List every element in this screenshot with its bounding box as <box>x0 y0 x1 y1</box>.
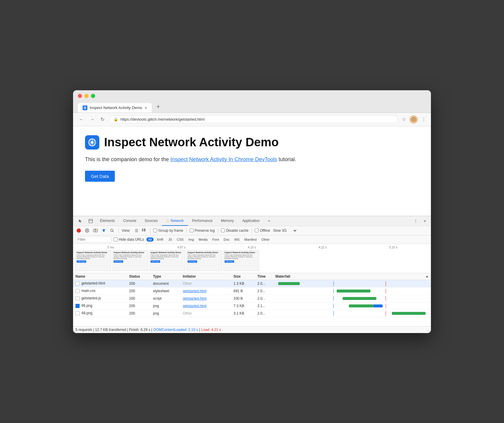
filter-css-button[interactable]: CSS <box>175 237 185 242</box>
filter-manifest-button[interactable]: Manifest <box>242 237 259 242</box>
clear-icon <box>85 228 89 233</box>
filter-xhr-button[interactable]: XHR <box>155 237 165 242</box>
disable-cache-checkbox[interactable] <box>221 228 225 232</box>
tab-performance[interactable]: Performance <box>188 216 217 226</box>
filter-all-button[interactable]: All <box>146 237 154 242</box>
active-tab[interactable]: Inspect Network Activity Demo × <box>78 103 152 113</box>
col-header-time[interactable]: Time <box>257 274 275 279</box>
filter-img-button[interactable]: Img <box>187 237 196 242</box>
new-tab-button[interactable]: + <box>153 101 164 113</box>
row-waterfall-3 <box>275 296 429 301</box>
table-row[interactable]: getstarted.js 200 script getstarted.html… <box>73 295 431 302</box>
clear-button[interactable] <box>84 227 90 234</box>
row-status-2: 200 <box>129 289 153 293</box>
toolbar-separator-2 <box>150 228 150 233</box>
menu-icon[interactable]: ⋮ <box>421 116 426 122</box>
search-button[interactable] <box>109 227 115 234</box>
screenshot-5[interactable]: Inspect Network Activity Demo This is th… <box>223 250 259 271</box>
lock-icon: 🔒 <box>114 117 118 122</box>
initiator-link-2[interactable]: getstarted.html <box>183 289 206 293</box>
row-time-3: 2.0... <box>257 296 275 301</box>
screenshot-icon <box>93 228 98 233</box>
tab-more[interactable]: » <box>264 216 274 226</box>
filter-button[interactable] <box>101 227 107 234</box>
row-name-4: 96.png <box>75 304 129 308</box>
row-time-4: 2.1... <box>257 304 275 308</box>
disable-cache-label: Disable cache <box>221 228 248 233</box>
wf-blue-line-5 <box>333 311 334 316</box>
screenshot-3[interactable]: Inspect Network Activity Demo This is th… <box>149 250 185 271</box>
table-row[interactable]: 48.png 200 png Other 3.1 KB 2.0... <box>73 310 431 317</box>
table-row[interactable]: main.css 200 stylesheet getstarted.html … <box>73 287 431 295</box>
wf-blue-line-2 <box>333 289 334 293</box>
forward-button[interactable]: → <box>89 116 96 123</box>
initiator-link-4[interactable]: getstarted.html <box>183 304 206 308</box>
bookmark-icon[interactable]: ☆ <box>402 116 406 122</box>
table-row[interactable]: 96.png 200 png getstarted.html 7.3 KB 2.… <box>73 302 431 310</box>
tab-close-icon[interactable]: × <box>145 105 147 110</box>
close-button[interactable] <box>78 94 82 98</box>
filter-input[interactable] <box>78 237 109 242</box>
cursor-icon[interactable] <box>75 217 86 226</box>
page-title: Inspect Network Activity Demo <box>104 136 279 149</box>
screenshot-button[interactable] <box>92 227 99 234</box>
initiator-link-3[interactable]: getstarted.html <box>183 296 206 301</box>
devtools-more-button[interactable]: ⋮ <box>411 217 420 225</box>
col-header-initiator[interactable]: Initiator <box>183 274 234 279</box>
tab-sources[interactable]: Sources <box>140 216 162 226</box>
page-description: This is the companion demo for the Inspe… <box>85 155 419 164</box>
get-data-button[interactable]: Get Data <box>85 171 115 182</box>
filter-doc-button[interactable]: Doc <box>222 237 231 242</box>
browser-window: Inspect Network Activity Demo × + ← → ↻ … <box>73 90 431 333</box>
offline-checkbox[interactable] <box>255 228 259 232</box>
table-row[interactable]: getstarted.html 200 document Other 1.3 K… <box>73 280 431 287</box>
reload-button[interactable]: ↻ <box>99 115 106 123</box>
group-by-frame-checkbox[interactable] <box>153 228 157 232</box>
devtools-close-button[interactable]: × <box>421 217 429 225</box>
screenshot-1[interactable]: Inspect Network Activity Demo This is th… <box>75 250 111 271</box>
browser-tabs: Inspect Network Activity Demo × + <box>78 101 426 113</box>
row-type-2: stylesheet <box>153 289 183 293</box>
description-link[interactable]: Inspect Network Activity In Chrome DevTo… <box>170 156 277 162</box>
url-bar[interactable]: 🔒 https://devtools.glitch.me/network/get… <box>109 115 398 123</box>
col-header-type[interactable]: Type <box>153 274 183 279</box>
hide-data-urls-checkbox[interactable] <box>114 237 118 241</box>
col-header-status[interactable]: Status <box>129 274 153 279</box>
tab-memory[interactable]: Memory <box>217 216 238 226</box>
row-waterfall-4 <box>275 304 429 308</box>
view-buttons <box>133 227 147 234</box>
user-avatar[interactable]: 🐵 <box>409 115 418 124</box>
back-button[interactable]: ← <box>78 116 85 123</box>
tab-application[interactable]: Application <box>238 216 264 226</box>
col-header-waterfall[interactable]: Waterfall ▲ <box>275 274 429 279</box>
tab-console[interactable]: Console <box>119 216 140 226</box>
screenshot-2[interactable]: Inspect Network Activity Demo This is th… <box>112 250 148 271</box>
record-button[interactable] <box>75 227 82 234</box>
list-view-button[interactable] <box>133 227 140 234</box>
wf-red-line-3 <box>386 296 386 301</box>
dock-icon[interactable] <box>86 217 96 226</box>
screenshot-4[interactable]: Inspect Network Activity Demo This is th… <box>186 250 222 271</box>
filter-js-button[interactable]: JS <box>166 237 174 242</box>
tab-network[interactable]: ⚠ Network <box>162 216 188 226</box>
filter-ws-button[interactable]: WS <box>233 237 242 242</box>
preserve-log-checkbox[interactable] <box>190 228 194 232</box>
svg-rect-20 <box>142 230 143 231</box>
traffic-lights <box>78 94 426 98</box>
col-header-name[interactable]: Name <box>75 274 129 279</box>
minimize-button[interactable] <box>84 94 89 98</box>
row-waterfall-1 <box>275 281 429 286</box>
filter-font-button[interactable]: Font <box>211 237 221 242</box>
tree-view-button[interactable] <box>140 227 147 234</box>
tab-elements[interactable]: Elements <box>96 216 119 226</box>
throttle-select[interactable]: Slow 3G Fast 3G No throttling <box>272 228 297 233</box>
col-header-size[interactable]: Size <box>234 274 257 279</box>
row-initiator-4: getstarted.html <box>183 304 234 308</box>
wf-red-line-5 <box>386 311 386 316</box>
filter-other-button[interactable]: Other <box>260 237 272 242</box>
timeline-mark-1: 5 ms <box>75 246 146 249</box>
filter-media-button[interactable]: Media <box>197 237 209 242</box>
row-size-2: 691 B <box>234 289 257 293</box>
maximize-button[interactable] <box>91 94 95 98</box>
file-icon-1 <box>75 282 80 286</box>
